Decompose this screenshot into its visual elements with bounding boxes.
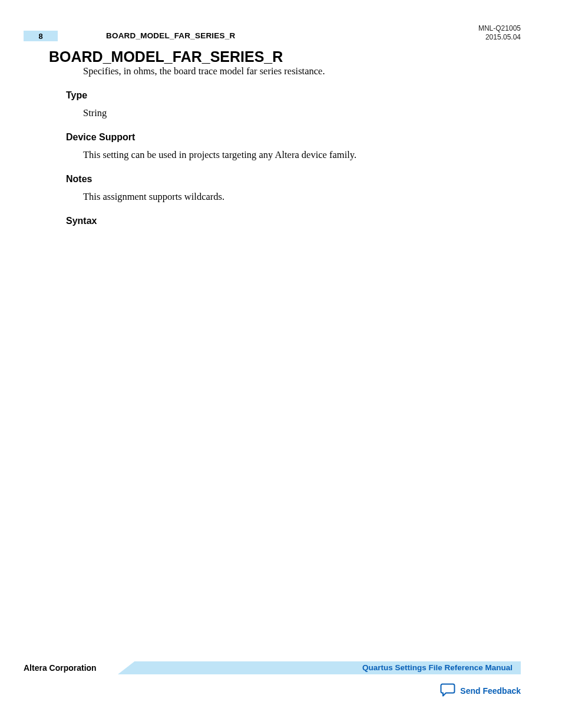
page-header: 8 BOARD_MODEL_FAR_SERIES_R MNL-Q21005 20… (24, 31, 521, 41)
running-header-title: BOARD_MODEL_FAR_SERIES_R (106, 31, 235, 40)
section-body-device-support: This setting can be used in projects tar… (83, 149, 356, 161)
section-type: Type String (66, 90, 107, 119)
section-heading-type: Type (66, 90, 107, 101)
manual-link[interactable]: Quartus Settings File Reference Manual (362, 663, 513, 672)
footer-ribbon: Quartus Settings File Reference Manual (118, 661, 521, 674)
send-feedback-button[interactable]: Send Feedback (440, 683, 521, 699)
page-number-tab: 8 (24, 31, 58, 41)
speech-bubble-icon (440, 683, 455, 699)
section-syntax: Syntax (66, 216, 97, 226)
send-feedback-label: Send Feedback (460, 686, 521, 696)
page-footer: Altera Corporation Quartus Settings File… (24, 661, 521, 674)
page-title: BOARD_MODEL_FAR_SERIES_R (49, 48, 283, 65)
section-heading-device-support: Device Support (66, 132, 356, 143)
section-device-support: Device Support This setting can be used … (66, 132, 356, 161)
section-notes: Notes This assignment supports wildcards… (66, 174, 224, 203)
page: 8 BOARD_MODEL_FAR_SERIES_R MNL-Q21005 20… (0, 0, 562, 728)
document-date: 2015.05.04 (485, 33, 521, 41)
section-body-notes: This assignment supports wildcards. (83, 191, 224, 203)
page-number: 8 (38, 32, 42, 41)
section-body-type: String (83, 107, 107, 119)
section-heading-syntax: Syntax (66, 216, 97, 226)
company-name: Altera Corporation (24, 663, 97, 673)
document-id: MNL-Q21005 (478, 24, 521, 32)
section-heading-notes: Notes (66, 174, 224, 185)
intro-paragraph: Specifies, in ohms, the board trace mode… (83, 65, 325, 77)
